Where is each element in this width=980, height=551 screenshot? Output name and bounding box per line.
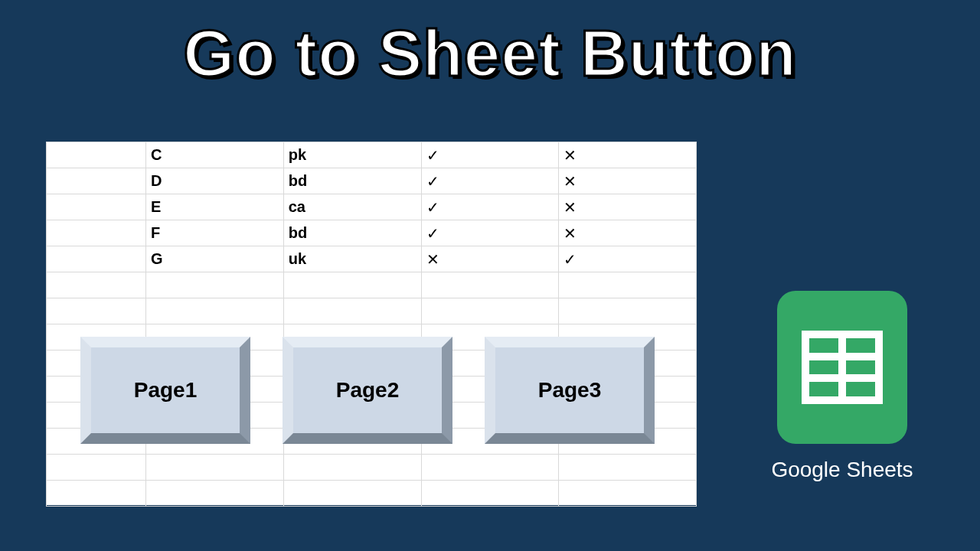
cell[interactable]: ca <box>283 194 421 220</box>
page-title: Go to Sheet Button <box>0 15 980 91</box>
cell[interactable]: ✓ <box>421 194 559 220</box>
table-row: D bd ✓ ✕ <box>47 168 697 194</box>
cell[interactable]: C <box>146 142 284 168</box>
cell[interactable]: G <box>146 246 284 272</box>
table-row: F bd ✓ ✕ <box>47 220 697 246</box>
table-row <box>47 481 697 507</box>
cell[interactable]: ✕ <box>559 194 697 220</box>
table-row <box>47 455 697 481</box>
table-row <box>47 298 697 324</box>
cell[interactable]: ✕ <box>559 168 697 194</box>
cell[interactable]: bd <box>283 220 421 246</box>
table-row: G uk ✕ ✓ <box>47 246 697 272</box>
cell[interactable]: D <box>146 168 284 194</box>
spreadsheet-panel: C pk ✓ ✕ D bd ✓ ✕ E ca ✓ ✕ F bd ✓ ✕ <box>46 142 697 505</box>
cell[interactable]: uk <box>283 246 421 272</box>
nav-button-row: Page1 Page2 Page3 <box>80 337 655 444</box>
cell[interactable]: pk <box>283 142 421 168</box>
table-row: E ca ✓ ✕ <box>47 194 697 220</box>
cell[interactable]: F <box>146 220 284 246</box>
cell[interactable]: bd <box>283 168 421 194</box>
page2-button[interactable]: Page2 <box>283 337 452 444</box>
cell[interactable]: ✓ <box>421 168 559 194</box>
sidebar: Google Sheets <box>758 291 926 482</box>
table-row <box>47 272 697 298</box>
cell[interactable]: ✕ <box>559 142 697 168</box>
google-sheets-label: Google Sheets <box>771 458 913 482</box>
google-sheets-icon <box>777 291 907 444</box>
spreadsheet-grid: C pk ✓ ✕ D bd ✓ ✕ E ca ✓ ✕ F bd ✓ ✕ <box>46 142 697 507</box>
cell[interactable]: ✓ <box>559 246 697 272</box>
cell[interactable]: ✓ <box>421 142 559 168</box>
cell[interactable]: E <box>146 194 284 220</box>
cell[interactable]: ✕ <box>559 220 697 246</box>
table-row: C pk ✓ ✕ <box>47 142 697 168</box>
page1-button[interactable]: Page1 <box>80 337 250 444</box>
cell[interactable]: ✓ <box>421 220 559 246</box>
sheets-grid-icon <box>802 331 883 404</box>
page3-button[interactable]: Page3 <box>485 337 655 444</box>
cell[interactable]: ✕ <box>421 246 559 272</box>
